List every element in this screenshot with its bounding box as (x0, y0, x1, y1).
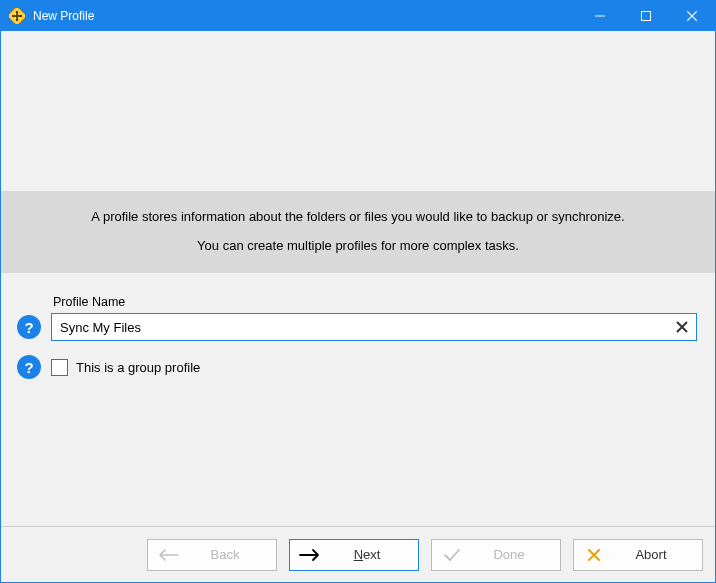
abort-button-label: Abort (614, 547, 702, 562)
info-text-2: You can create multiple profiles for mor… (11, 238, 705, 253)
new-profile-window: New Profile A profile stores information… (0, 0, 716, 583)
profile-name-label: Profile Name (53, 295, 697, 309)
check-icon (432, 548, 472, 562)
svg-rect-1 (642, 12, 651, 21)
footer: Back Next Done Abort (1, 526, 715, 582)
info-text-1: A profile stores information about the f… (11, 209, 705, 224)
minimize-button[interactable] (577, 1, 623, 31)
window-title: New Profile (33, 9, 94, 23)
arrow-left-icon (148, 548, 188, 562)
header-blank (1, 31, 715, 191)
maximize-button[interactable] (623, 1, 669, 31)
arrow-right-icon (290, 548, 330, 562)
next-button[interactable]: Next (289, 539, 419, 571)
app-icon (9, 8, 25, 24)
group-profile-label: This is a group profile (76, 360, 200, 375)
profile-name-input[interactable] (51, 313, 697, 341)
help-profile-name-button[interactable]: ? (17, 315, 41, 339)
form-area: ? Profile Name ? (1, 273, 715, 403)
clear-input-button[interactable] (671, 316, 693, 338)
next-button-label: Next (330, 547, 418, 562)
help-icon: ? (24, 319, 33, 336)
content-area: A profile stores information about the f… (1, 31, 715, 582)
help-group-profile-button[interactable]: ? (17, 355, 41, 379)
close-icon (574, 548, 614, 562)
help-icon: ? (24, 359, 33, 376)
done-button-label: Done (472, 547, 560, 562)
info-band: A profile stores information about the f… (1, 191, 715, 273)
done-button: Done (431, 539, 561, 571)
back-button: Back (147, 539, 277, 571)
abort-button[interactable]: Abort (573, 539, 703, 571)
titlebar: New Profile (1, 1, 715, 31)
back-button-label: Back (188, 547, 276, 562)
close-button[interactable] (669, 1, 715, 31)
group-profile-checkbox[interactable] (51, 359, 68, 376)
